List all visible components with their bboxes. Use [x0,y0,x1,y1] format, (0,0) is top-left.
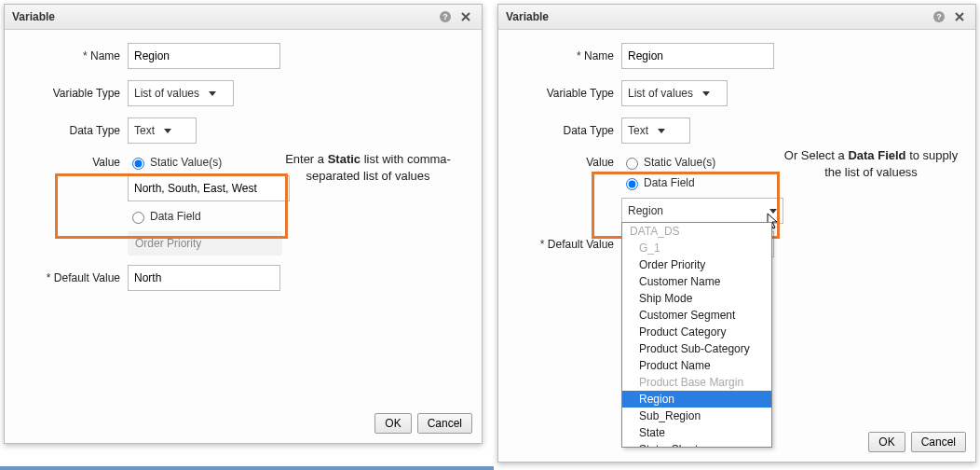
data-field-select-value: Region [628,204,663,217]
chevron-down-icon [702,91,710,96]
variable-type-select[interactable]: List of values [621,80,728,106]
data-type-label: Data Type [20,124,128,137]
titlebar: Variable ? [498,5,975,30]
data-type-select[interactable]: Text [128,118,197,144]
helper-text: Or Select a Data Field to supply the lis… [778,147,964,180]
dropdown-item[interactable]: Product Sub-Category [622,340,771,357]
value-label: Value [513,156,621,169]
dropdown-item: DATA_DS [622,223,771,240]
name-input[interactable] [128,43,280,69]
dropdown-item[interactable]: State_Short [622,441,771,448]
chevron-down-icon [658,129,665,133]
svg-text:?: ? [442,12,448,21]
variable-dialog-right: Variable ? Name Variable Type List of va… [497,4,976,463]
data-field-radio-label: Data Field [150,210,201,223]
static-values-radio-label: Static Value(s) [644,156,715,169]
data-type-select[interactable]: Text [621,118,690,144]
variable-type-select[interactable]: List of values [128,80,234,106]
svg-text:?: ? [936,12,942,21]
default-value-input[interactable] [128,265,280,291]
value-label: Value [20,156,128,169]
cancel-button[interactable]: Cancel [911,432,966,452]
titlebar: Variable ? [5,5,482,30]
variable-type-value: List of values [628,87,693,100]
chevron-down-icon [164,129,171,133]
data-field-radio-input[interactable] [132,212,144,224]
data-type-value: Text [628,124,648,137]
dialog-title: Variable [12,10,433,23]
data-type-label: Data Type [513,124,621,137]
help-icon[interactable]: ? [931,8,947,25]
dropdown-item[interactable]: Order Priority [622,256,771,273]
dropdown-item: Product Base Margin [622,374,771,391]
data-field-radio[interactable]: Data Field [128,209,201,224]
data-field-radio[interactable]: Data Field [621,175,695,190]
chevron-down-icon [769,209,777,214]
static-values-radio-label: Static Value(s) [150,156,222,169]
bottom-divider [0,466,494,470]
variable-dialog-left: Variable ? Name Variable Type List of va… [4,4,483,444]
data-field-dropdown-list[interactable]: DATA_DSG_1Order PriorityCustomer NameShi… [621,222,772,448]
dropdown-item[interactable]: State [622,424,771,441]
dropdown-item[interactable]: Product Name [622,357,771,374]
close-icon[interactable] [951,8,968,25]
dropdown-item[interactable]: Ship Mode [622,290,771,307]
dropdown-item[interactable]: Product Category [622,324,771,340]
dropdown-item[interactable]: Customer Name [622,273,771,290]
static-values-radio[interactable]: Static Value(s) [621,155,715,170]
variable-type-label: Variable Type [513,87,621,100]
chevron-down-icon [209,91,216,96]
name-label: Name [513,49,621,62]
dropdown-item[interactable]: Region [622,391,771,408]
static-values-radio[interactable]: Static Value(s) [128,155,222,170]
variable-type-label: Variable Type [20,87,128,100]
default-value-label: Default Value [513,238,621,251]
close-icon[interactable] [457,8,474,25]
data-field-select[interactable]: Region [621,198,783,224]
static-values-radio-input[interactable] [626,158,638,170]
order-priority-display: Order Priority [128,231,282,256]
ok-button[interactable]: OK [868,432,905,452]
cancel-button[interactable]: Cancel [417,413,472,434]
static-values-radio-input[interactable] [132,158,144,170]
data-field-radio-input[interactable] [626,178,638,190]
dialog-title: Variable [506,10,927,23]
default-value-label: Default Value [20,271,128,284]
variable-type-value: List of values [134,87,199,100]
name-label: Name [20,49,128,62]
dropdown-item[interactable]: Customer Segment [622,307,771,324]
help-icon[interactable]: ? [437,8,454,25]
dropdown-item: G_1 [622,240,771,256]
name-input[interactable] [621,43,774,69]
ok-button[interactable]: OK [374,413,411,434]
dropdown-item[interactable]: Sub_Region [622,408,771,424]
data-field-radio-label: Data Field [644,176,695,189]
helper-text: Enter a Static list with comma-separated… [265,151,470,184]
data-type-value: Text [134,124,155,137]
